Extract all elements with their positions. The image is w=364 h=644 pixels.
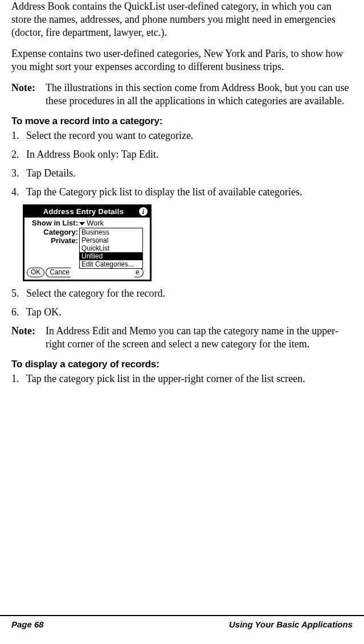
steps-move-record-cont: 5.Select the category for the record. 6.… — [11, 287, 353, 319]
step-3: 3.Tap Details. — [11, 167, 353, 180]
note-label: Note: — [11, 325, 46, 351]
palm-button-row: OK Cance e — [27, 268, 148, 277]
step-1b: 1.Tap the category pick list in the uppe… — [11, 372, 353, 385]
subheading-move-record: To move a record into a category: — [11, 116, 353, 127]
button-fragment: e — [134, 268, 144, 277]
note-text: In Address Edit and Memo you can tap the… — [46, 325, 353, 351]
menu-item-quicklist[interactable]: QuickList — [80, 244, 142, 252]
menu-item-unfiled[interactable]: Unfiled — [80, 252, 142, 260]
intro-paragraph-1: Address Book contains the QuickList user… — [11, 0, 353, 39]
step-6: 6.Tap OK. — [11, 306, 353, 319]
step-1: 1.Select the record you want to categori… — [11, 129, 353, 142]
show-in-list-row: Show in List: Work — [27, 219, 148, 227]
chapter-title: Using Your Basic Applications — [229, 620, 353, 629]
step-5: 5.Select the category for the record. — [11, 287, 353, 300]
note-2: Note: In Address Edit and Memo you can t… — [11, 325, 353, 351]
category-label: Category: — [27, 228, 79, 236]
palm-titlebar: Address Entry Details i — [24, 206, 150, 218]
steps-move-record: 1.Select the record you want to categori… — [11, 129, 353, 199]
note-text: The illustrations in this section come f… — [46, 81, 353, 108]
intro-paragraph-2: Expense contains two user-defined catego… — [11, 47, 353, 73]
manual-page: Address Book contains the QuickList user… — [0, 0, 364, 644]
page-footer: Page 68 Using Your Basic Applications — [0, 615, 364, 629]
menu-item-edit-categories[interactable]: Edit Categories... — [80, 260, 142, 268]
private-label: Private: — [27, 237, 79, 245]
category-menu[interactable]: Business Personal QuickList Unfiled Edit… — [79, 228, 143, 269]
show-in-list-label: Show in List: — [27, 219, 79, 227]
palm-title: Address Entry Details — [28, 208, 139, 216]
steps-display-category: 1.Tap the category pick list in the uppe… — [11, 372, 353, 385]
note-label: Note: — [11, 81, 46, 108]
note-1: Note: The illustrations in this section … — [11, 81, 353, 108]
palm-dialog: Address Entry Details i Show in List: Wo… — [23, 204, 152, 281]
menu-item-personal[interactable]: Personal — [80, 236, 142, 244]
info-icon[interactable]: i — [139, 207, 148, 216]
subheading-display-category: To display a category of records: — [11, 359, 353, 370]
cancel-button[interactable]: Cance — [46, 268, 71, 277]
chevron-down-icon — [79, 222, 85, 225]
ok-button[interactable]: OK — [27, 268, 44, 277]
show-in-list-picker[interactable]: Work — [79, 219, 104, 227]
step-4: 4.Tap the Category pick list to display … — [11, 186, 353, 199]
palm-body: Show in List: Work Category: Private: Bu… — [24, 218, 150, 280]
step-2: 2.In Address Book only: Tap Edit. — [11, 148, 353, 161]
menu-item-business[interactable]: Business — [80, 228, 142, 236]
page-number: Page 68 — [11, 620, 44, 629]
